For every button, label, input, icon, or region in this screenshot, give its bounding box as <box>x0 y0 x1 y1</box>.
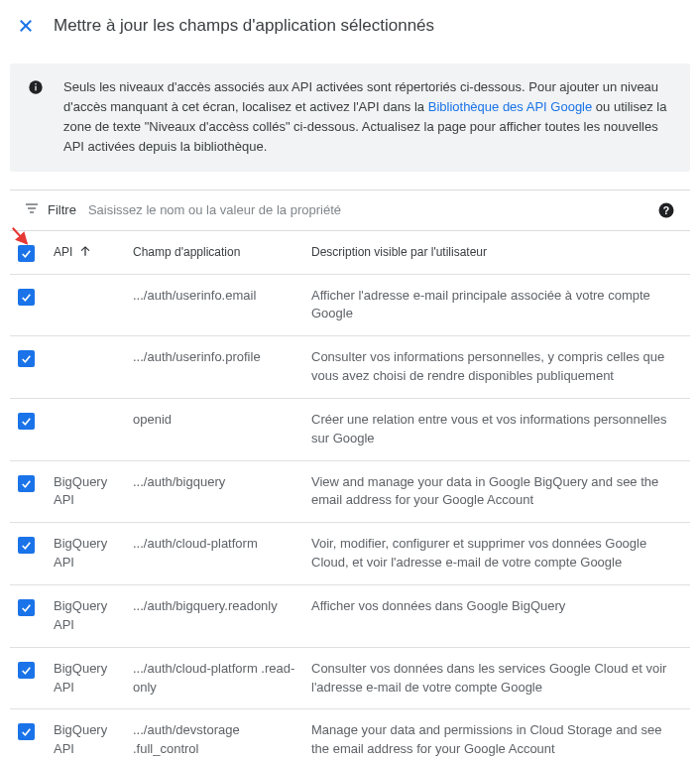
cell-desc: Manage your data and permissions in Clou… <box>311 722 661 756</box>
select-all-checkbox[interactable] <box>18 245 35 262</box>
table-row: .../auth/userinfo.profileConsulter vos i… <box>10 336 690 399</box>
cell-api: BigQuery API <box>54 661 107 695</box>
help-button[interactable]: ? <box>656 200 676 220</box>
row-checkbox[interactable] <box>18 413 35 430</box>
cell-scope: .../auth/devstorage .full_control <box>133 722 240 756</box>
svg-rect-7 <box>30 211 34 212</box>
table-row: BigQuery API.../auth/bigquery.readonlyAf… <box>10 585 690 648</box>
sort-asc-icon[interactable] <box>78 244 92 261</box>
svg-rect-6 <box>28 207 36 208</box>
cell-scope: .../auth/bigquery <box>133 474 225 489</box>
close-icon <box>17 17 35 35</box>
col-header-api[interactable]: API <box>54 245 72 259</box>
svg-rect-3 <box>35 86 36 91</box>
filter-input[interactable] <box>86 201 656 218</box>
svg-text:?: ? <box>663 203 669 215</box>
page-title: Mettre à jour les champs d'application s… <box>54 16 434 36</box>
col-header-desc: Description visible par l'utilisateur <box>311 245 487 259</box>
table-row: BigQuery API.../auth/bigqueryView and ma… <box>10 461 690 524</box>
row-checkbox[interactable] <box>18 350 35 367</box>
cell-desc: Afficher vos données dans Google BigQuer… <box>311 598 565 613</box>
svg-rect-5 <box>26 203 38 204</box>
cell-desc: Voir, modifier, configurer et supprimer … <box>311 536 646 570</box>
cell-desc: View and manage your data in Google BigQ… <box>311 474 658 508</box>
help-icon: ? <box>657 201 675 219</box>
filter-icon <box>24 200 42 219</box>
svg-rect-4 <box>35 83 36 84</box>
table-row: BigQuery API.../auth/cloud-platformVoir,… <box>10 523 690 585</box>
col-header-scope: Champ d'application <box>133 245 240 259</box>
info-banner: Seuls les niveaux d'accès associés aux A… <box>10 64 690 172</box>
cell-api: BigQuery API <box>54 722 107 756</box>
cell-desc: Créer une relation entre vous et vos inf… <box>311 412 666 445</box>
cell-api: BigQuery API <box>54 536 107 570</box>
cell-scope: .../auth/userinfo.email <box>133 288 256 303</box>
table-row: openidCréer une relation entre vous et v… <box>10 399 690 461</box>
cell-desc: Afficher l'adresse e-mail principale ass… <box>311 288 650 321</box>
cell-scope: .../auth/bigquery.readonly <box>133 598 278 613</box>
filter-label: Filtre <box>48 202 76 217</box>
cell-scope: .../auth/cloud-platform .read-only <box>133 661 294 695</box>
close-button[interactable] <box>14 14 38 38</box>
filter-bar: Filtre ? <box>10 190 690 231</box>
info-text: Seuls les niveaux d'accès associés aux A… <box>63 77 672 158</box>
row-checkbox[interactable] <box>18 289 35 306</box>
row-checkbox[interactable] <box>18 537 35 554</box>
row-checkbox[interactable] <box>18 723 35 740</box>
table-row: BigQuery API.../auth/cloud-platform .rea… <box>10 648 690 710</box>
cell-scope: .../auth/cloud-platform <box>133 536 258 551</box>
cell-api: BigQuery API <box>54 598 107 632</box>
table-row: BigQuery API.../auth/devstorage .full_co… <box>10 709 690 763</box>
api-library-link[interactable]: Bibliothèque des API Google <box>428 99 593 114</box>
table-row: .../auth/userinfo.emailAfficher l'adress… <box>10 275 690 337</box>
row-checkbox[interactable] <box>18 475 35 492</box>
row-checkbox[interactable] <box>18 599 35 616</box>
cell-scope: .../auth/userinfo.profile <box>133 349 261 364</box>
cell-api: BigQuery API <box>54 474 107 508</box>
table-header-row: API Champ d'application Description visi… <box>10 231 690 275</box>
scopes-table: API Champ d'application Description visi… <box>10 231 690 763</box>
info-icon <box>28 79 50 98</box>
row-checkbox[interactable] <box>18 662 35 679</box>
cell-scope: openid <box>133 412 172 427</box>
cell-desc: Consulter vos informations personnelles,… <box>311 349 664 383</box>
cell-desc: Consulter vos données dans les services … <box>311 661 666 695</box>
